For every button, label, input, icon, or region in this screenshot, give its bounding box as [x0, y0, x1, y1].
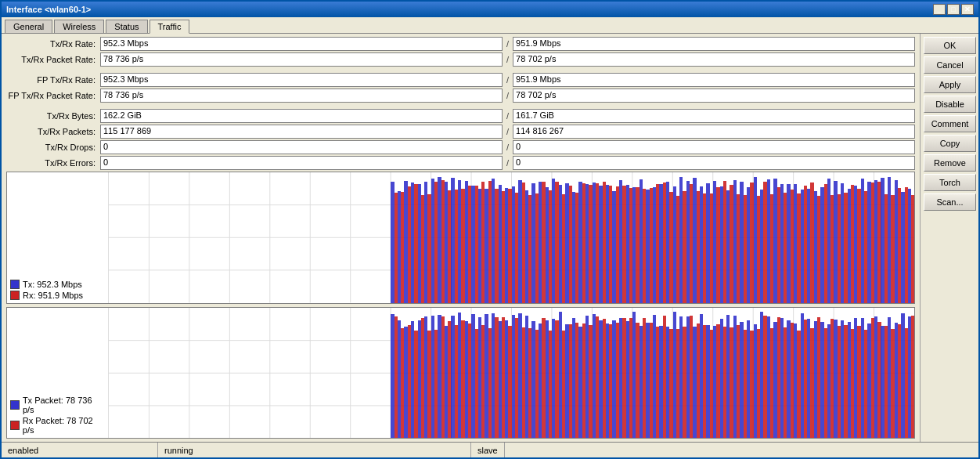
fp-tx-rx-rate-inputs: 952.3 Mbps / 951.9 Mbps [100, 73, 915, 87]
remove-button[interactable]: Remove [924, 154, 976, 172]
packet-legend: Tx Packet: 78 736 p/s Rx Packet: 78 702 … [7, 308, 109, 439]
fp-tx-rx-packet-rate-row: FP Tx/Rx Packet Rate: 78 736 p/s / 78 70… [6, 89, 915, 103]
bandwidth-graph [109, 172, 914, 303]
tx-rx-rate-row: Tx/Rx Rate: 952.3 Mbps / 951.9 Mbps [6, 37, 915, 51]
legend-rx-bandwidth: Rx: 951.9 Mbps [10, 291, 105, 300]
legend-tx-bandwidth: Tx: 952.3 Mbps [10, 280, 105, 289]
title-bar: Interface <wlan60-1> _ □ ✕ [2, 2, 978, 17]
tx-rx-drops-tx: 0 [100, 140, 503, 154]
legend-rx-packet-color [10, 421, 20, 430]
tx-rx-errors-rx: 0 [513, 156, 915, 170]
maximize-button[interactable]: □ [947, 4, 960, 15]
legend-rx-label: Rx: 951.9 Mbps [23, 291, 83, 300]
tx-rx-packets-tx: 115 177 869 [100, 125, 503, 139]
title-bar-buttons: _ □ ✕ [933, 4, 974, 15]
separator3: / [504, 75, 511, 85]
legend-tx-packet-label: Tx Packet: 78 736 p/s [23, 396, 105, 414]
fp-tx-rx-packet-rate-rx: 78 702 p/s [513, 89, 915, 103]
close-button[interactable]: ✕ [961, 4, 974, 15]
legend-tx-color [10, 280, 20, 289]
tabs-row: General Wireless Status Traffic [2, 17, 978, 34]
main-window: Interface <wlan60-1> _ □ ✕ General Wirel… [0, 0, 980, 459]
status-enabled: enabled [2, 443, 158, 457]
scan-button[interactable]: Scan... [924, 193, 976, 211]
separator7: / [504, 143, 511, 152]
tx-rx-errors-label: Tx/Rx Errors: [6, 158, 100, 168]
disable-button[interactable]: Disable [924, 96, 976, 113]
cancel-button[interactable]: Cancel [924, 56, 976, 74]
tx-rx-rate-inputs: 952.3 Mbps / 951.9 Mbps [100, 37, 915, 51]
copy-button[interactable]: Copy [924, 135, 976, 152]
bandwidth-chart: Tx: 952.3 Mbps Rx: 951.9 Mbps [6, 172, 915, 304]
tx-rx-rate-tx: 952.3 Mbps [100, 37, 503, 51]
torch-button[interactable]: Torch [924, 174, 976, 191]
separator8: / [504, 158, 511, 168]
tx-rx-packets-rx: 114 816 267 [513, 125, 915, 139]
tab-wireless[interactable]: Wireless [54, 20, 104, 33]
fp-tx-rx-rate-rx: 951.9 Mbps [513, 73, 915, 87]
bandwidth-legend: Tx: 952.3 Mbps Rx: 951.9 Mbps [7, 172, 109, 303]
separator1: / [504, 39, 511, 49]
charts-area: Tx: 952.3 Mbps Rx: 951.9 Mbps [6, 172, 915, 439]
status-bar: enabled running slave [2, 442, 978, 457]
legend-rx-packet-label: Rx Packet: 78 702 p/s [23, 416, 105, 435]
ok-button[interactable]: OK [924, 37, 976, 54]
right-panel: OK Cancel Apply Disable Comment Copy Rem… [920, 34, 978, 442]
tab-status[interactable]: Status [106, 20, 147, 33]
fp-tx-rx-rate-tx: 952.3 Mbps [100, 73, 503, 87]
tx-rx-errors-row: Tx/Rx Errors: 0 / 0 [6, 156, 915, 170]
fp-tx-rx-packet-rate-inputs: 78 736 p/s / 78 702 p/s [100, 89, 915, 103]
tx-rx-errors-tx: 0 [100, 156, 503, 170]
main-content: Tx/Rx Rate: 952.3 Mbps / 951.9 Mbps Tx/R… [2, 34, 978, 442]
separator4: / [504, 91, 511, 100]
legend-rx-color [10, 291, 20, 300]
tx-rx-drops-inputs: 0 / 0 [100, 140, 915, 154]
tx-rx-bytes-row: Tx/Rx Bytes: 162.2 GiB / 161.7 GiB [6, 109, 915, 123]
tx-rx-packets-inputs: 115 177 869 / 114 816 267 [100, 125, 915, 139]
separator2: / [504, 55, 511, 64]
fp-tx-rx-packet-rate-label: FP Tx/Rx Packet Rate: [6, 91, 100, 100]
legend-tx-packet: Tx Packet: 78 736 p/s [10, 396, 105, 414]
tx-rx-errors-inputs: 0 / 0 [100, 156, 915, 170]
tx-rx-bytes-inputs: 162.2 GiB / 161.7 GiB [100, 109, 915, 123]
tx-rx-bytes-label: Tx/Rx Bytes: [6, 111, 100, 121]
tx-rx-rate-rx: 951.9 Mbps [513, 37, 915, 51]
packet-graph [109, 308, 914, 439]
tx-rx-packets-label: Tx/Rx Packets: [6, 127, 100, 136]
separator6: / [504, 127, 511, 136]
tx-rx-drops-row: Tx/Rx Drops: 0 / 0 [6, 140, 915, 154]
separator5: / [504, 111, 511, 121]
tx-rx-packet-rate-tx: 78 736 p/s [100, 52, 503, 67]
tx-rx-packet-rate-inputs: 78 736 p/s / 78 702 p/s [100, 52, 915, 67]
status-running: running [158, 443, 471, 457]
tx-rx-packets-row: Tx/Rx Packets: 115 177 869 / 114 816 267 [6, 125, 915, 139]
left-panel: Tx/Rx Rate: 952.3 Mbps / 951.9 Mbps Tx/R… [2, 34, 920, 442]
tx-rx-packet-rate-label: Tx/Rx Packet Rate: [6, 55, 100, 64]
legend-rx-packet: Rx Packet: 78 702 p/s [10, 416, 105, 435]
comment-button[interactable]: Comment [924, 115, 976, 132]
minimize-button[interactable]: _ [933, 4, 946, 15]
tx-rx-packet-rate-row: Tx/Rx Packet Rate: 78 736 p/s / 78 702 p… [6, 52, 915, 67]
tab-traffic[interactable]: Traffic [150, 20, 190, 34]
fp-tx-rx-packet-rate-tx: 78 736 p/s [100, 89, 503, 103]
tx-rx-bytes-rx: 161.7 GiB [513, 109, 915, 123]
tx-rx-packet-rate-rx: 78 702 p/s [513, 52, 915, 67]
packet-chart: Tx Packet: 78 736 p/s Rx Packet: 78 702 … [6, 307, 915, 439]
legend-tx-label: Tx: 952.3 Mbps [23, 280, 82, 289]
tx-rx-drops-rx: 0 [513, 140, 915, 154]
status-slave: slave [471, 443, 505, 457]
apply-button[interactable]: Apply [924, 76, 976, 93]
tx-rx-rate-label: Tx/Rx Rate: [6, 39, 100, 49]
fp-tx-rx-rate-row: FP Tx/Rx Rate: 952.3 Mbps / 951.9 Mbps [6, 73, 915, 87]
tab-general[interactable]: General [5, 20, 52, 33]
legend-tx-packet-color [10, 400, 20, 410]
fp-tx-rx-rate-label: FP Tx/Rx Rate: [6, 75, 100, 85]
tx-rx-bytes-tx: 162.2 GiB [100, 109, 503, 123]
window-title: Interface <wlan60-1> [6, 5, 91, 14]
tx-rx-drops-label: Tx/Rx Drops: [6, 143, 100, 152]
